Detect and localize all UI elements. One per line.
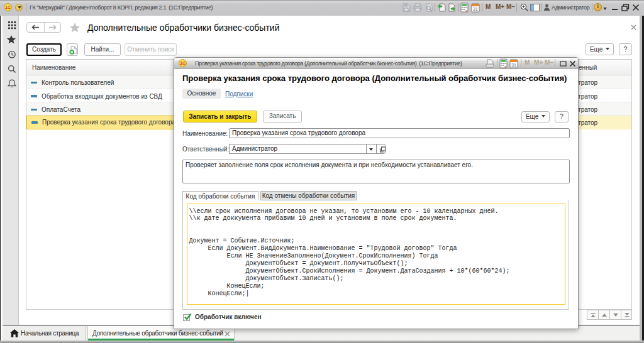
svg-text:31: 31 — [473, 7, 478, 11]
svg-text:31: 31 — [511, 63, 516, 67]
